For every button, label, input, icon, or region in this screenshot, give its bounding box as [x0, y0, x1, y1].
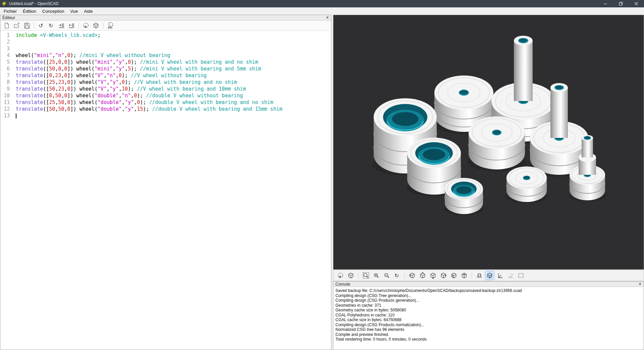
- menu-item-fichier[interactable]: Fichier: [1, 8, 20, 14]
- code-line-1: include <V-Wheels_lib.scad>;: [16, 32, 331, 39]
- console-line: CGAL Polyhedrons in cache: 110: [335, 313, 642, 318]
- toolbar-separator: [405, 272, 405, 279]
- code-line-12: translate([50,50,0]) wheel("double","y",…: [16, 106, 331, 112]
- toolbar-separator: [472, 272, 472, 279]
- console-panel: Console ✕ Saved backup file: C:/Users/ch…: [333, 281, 644, 350]
- viewport-toolbar: »↻10: [333, 270, 644, 281]
- console-close-button[interactable]: ✕: [638, 282, 642, 286]
- perspective-icon: [476, 272, 483, 279]
- v-wheel-bearing: [468, 116, 526, 171]
- menubar: FichierÉditionConceptionVueAide: [0, 7, 644, 15]
- zoom-all-icon: [363, 272, 369, 279]
- console-line: Normalized CSG tree has 96 elements: [335, 327, 642, 332]
- preview-button[interactable]: »: [82, 21, 90, 30]
- 3d-scene[interactable]: [333, 15, 644, 269]
- svg-text:STL: STL: [108, 26, 113, 29]
- view-front-button[interactable]: [449, 271, 458, 280]
- zoom-in-button[interactable]: [372, 271, 381, 280]
- zoom-out-icon: [383, 272, 390, 279]
- console-line: CGAL cache size in bytes: 64750688: [335, 317, 642, 322]
- preview-button[interactable]: »: [336, 271, 345, 280]
- render-icon: [347, 272, 354, 279]
- open-file-icon: [13, 22, 20, 29]
- console-line: Geometry cache size in bytes: 5058080: [335, 308, 642, 313]
- editor-panel-title: Éditeur: [2, 15, 15, 20]
- svg-text:»: »: [339, 274, 341, 279]
- preview-icon: »: [83, 22, 89, 29]
- code-line-4: wheel("mini","n",0); //mini V wheel with…: [16, 52, 331, 59]
- reset-view-button[interactable]: ↻: [393, 271, 401, 280]
- indent-button[interactable]: [67, 21, 76, 30]
- redo-button[interactable]: ↻: [47, 21, 56, 30]
- svg-text:↺: ↺: [39, 23, 43, 29]
- code-line-13: [16, 112, 331, 119]
- line-number-gutter: 12345678910111213: [0, 31, 12, 350]
- 3d-viewport[interactable]: [333, 15, 644, 270]
- axes-button[interactable]: [496, 271, 504, 280]
- minimize-button[interactable]: [598, 0, 613, 7]
- view-back-button[interactable]: [460, 271, 469, 280]
- console-line: Saved backup file: C:/Users/christophe/D…: [335, 288, 642, 293]
- zoom-all-button[interactable]: [362, 271, 370, 280]
- code-line-8: translate([25,23,0]) wheel("V","y",0); /…: [16, 79, 331, 86]
- view-left-button[interactable]: [439, 271, 448, 280]
- svg-text:»: »: [85, 24, 87, 29]
- code-line-5: translate([25,0,0]) wheel("mini","y",0);…: [16, 59, 331, 65]
- view-all-button[interactable]: [517, 271, 525, 280]
- editor-panel-header: Éditeur ✕: [0, 15, 331, 20]
- view-front-icon: [450, 272, 457, 279]
- unindent-button[interactable]: [57, 21, 66, 30]
- code-line-2: [16, 39, 331, 45]
- view-bottom-button[interactable]: [429, 271, 437, 280]
- view-back-icon: [461, 272, 468, 279]
- preview-icon: »: [337, 272, 344, 279]
- perspective-button[interactable]: [475, 271, 484, 280]
- editor-panel: Éditeur ✕ ↺↻»STL 12345678910111213 inclu…: [0, 15, 331, 350]
- open-file-button[interactable]: [12, 21, 21, 30]
- console-line: Total rendering time: 0 hours, 0 minutes…: [335, 337, 642, 342]
- view-top-icon: [419, 272, 426, 279]
- menu-item-edition[interactable]: Édition: [20, 8, 39, 14]
- undo-icon: ↺: [38, 22, 45, 29]
- undo-button[interactable]: ↺: [37, 21, 46, 30]
- titlebar: Untitled.scad* - OpenSCAD: [0, 0, 644, 7]
- render-button[interactable]: [346, 271, 355, 280]
- console-output[interactable]: Saved backup file: C:/Users/christophe/D…: [333, 287, 644, 350]
- new-file-button[interactable]: [2, 21, 11, 30]
- mini-wheel-bearing: [506, 166, 548, 203]
- render-icon: [93, 22, 99, 29]
- scale-markers-button[interactable]: 10: [506, 271, 515, 280]
- export-stl-button[interactable]: STL: [106, 21, 115, 30]
- menu-item-vue[interactable]: Vue: [67, 8, 81, 14]
- console-panel-header: Console ✕: [333, 282, 644, 287]
- code-text[interactable]: include <V-Wheels_lib.scad>; wheel("mini…: [12, 31, 331, 350]
- view-top-button[interactable]: [418, 271, 427, 280]
- orthogonal-icon: [486, 272, 493, 279]
- indent-icon: [68, 22, 75, 29]
- console-line: Compiling design (CSG Products normaliza…: [335, 322, 642, 328]
- save-file-button[interactable]: [22, 21, 31, 30]
- close-button[interactable]: [629, 0, 644, 7]
- menu-item-conception[interactable]: Conception: [39, 8, 67, 14]
- toolbar-separator: [103, 22, 103, 29]
- axes-icon: [497, 272, 503, 279]
- view-right-button[interactable]: [408, 271, 417, 280]
- svg-text:↻: ↻: [49, 23, 53, 29]
- new-file-icon: [3, 22, 10, 29]
- console-line: Compiling design (CSG Products generatio…: [335, 298, 642, 303]
- orthogonal-button[interactable]: [485, 271, 494, 280]
- svg-text:↻: ↻: [394, 273, 399, 279]
- view-right-icon: [409, 272, 416, 279]
- menu-item-aide[interactable]: Aide: [81, 8, 96, 14]
- editor-toolbar: ↺↻»STL: [0, 20, 331, 31]
- openscad-logo-icon: [2, 1, 7, 6]
- mini-wheel-open: [444, 178, 484, 215]
- code-editor[interactable]: 12345678910111213 include <V-Wheels_lib.…: [0, 31, 331, 350]
- zoom-out-button[interactable]: [382, 271, 391, 280]
- editor-close-button[interactable]: ✕: [325, 15, 330, 20]
- toolbar-separator: [34, 22, 34, 29]
- restore-button[interactable]: [613, 0, 629, 7]
- right-panel: »↻10 Console ✕ Saved backup file: C:/Use…: [333, 15, 644, 350]
- code-line-9: translate([50,23,0]) wheel("V","y",10); …: [16, 86, 331, 92]
- render-button[interactable]: [92, 21, 100, 30]
